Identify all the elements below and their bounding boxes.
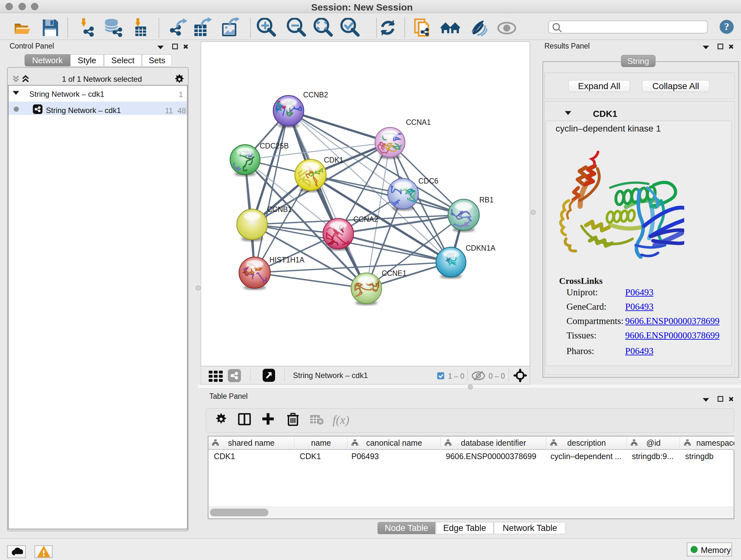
svg-text:CCNA1: CCNA1 [406,118,431,126]
svg-text:CCNA2: CCNA2 [353,215,378,224]
svg-text:CDK1: CDK1 [324,156,343,164]
svg-text:CCNB2: CCNB2 [303,91,328,99]
svg-text:CCNE1: CCNE1 [382,269,407,277]
svg-text:CCNB1: CCNB1 [267,205,292,213]
svg-text:HIST1H1A: HIST1H1A [269,256,305,264]
svg-text:CDC25B: CDC25B [260,142,289,150]
svg-text:?: ? [724,21,729,32]
svg-text:RB1: RB1 [479,196,494,204]
svg-text:CDC6: CDC6 [418,177,439,185]
svg-text:CDKN1A: CDKN1A [466,244,495,252]
